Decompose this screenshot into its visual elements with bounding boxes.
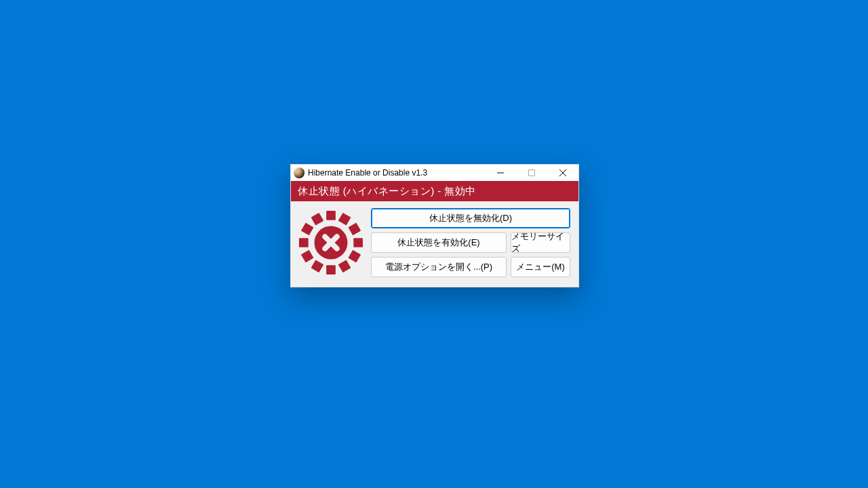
window-controls bbox=[485, 165, 578, 181]
svg-rect-7 bbox=[353, 238, 363, 247]
svg-rect-14 bbox=[301, 223, 314, 236]
row-3: 電源オプションを開く...(P) メニュー(M) bbox=[371, 257, 570, 277]
svg-rect-9 bbox=[338, 260, 351, 272]
minimize-icon bbox=[497, 169, 504, 176]
status-icon-cell bbox=[298, 208, 364, 277]
body-area: 休止状態を無効化(D) 休止状態を有効化(E) メモリーサイズ 電源オプションを… bbox=[291, 201, 578, 287]
buttons-column: 休止状態を無効化(D) 休止状態を有効化(E) メモリーサイズ 電源オプションを… bbox=[371, 208, 570, 277]
svg-rect-1 bbox=[529, 170, 535, 176]
app-window: Hibernate Enable or Disable v1.3 休止状態 (ハ… bbox=[290, 164, 579, 287]
disable-hibernate-button[interactable]: 休止状態を無効化(D) bbox=[371, 208, 570, 228]
maximize-button bbox=[516, 165, 547, 181]
titlebar[interactable]: Hibernate Enable or Disable v1.3 bbox=[291, 165, 578, 181]
close-icon bbox=[559, 169, 566, 176]
svg-rect-13 bbox=[299, 238, 309, 247]
minimize-button[interactable] bbox=[485, 165, 516, 181]
svg-rect-5 bbox=[338, 213, 351, 226]
svg-rect-4 bbox=[326, 211, 336, 220]
close-button[interactable] bbox=[547, 165, 578, 181]
svg-rect-11 bbox=[311, 260, 324, 272]
status-text: 休止状態 (ハイバネーション) - 無効中 bbox=[298, 185, 476, 198]
svg-rect-10 bbox=[326, 265, 336, 274]
status-header: 休止状態 (ハイバネーション) - 無効中 bbox=[291, 181, 578, 201]
memory-size-button[interactable]: メモリーサイズ bbox=[511, 232, 570, 253]
svg-rect-12 bbox=[301, 250, 314, 263]
svg-rect-15 bbox=[311, 213, 324, 226]
menu-button[interactable]: メニュー(M) bbox=[511, 257, 570, 277]
maximize-icon bbox=[528, 169, 535, 176]
window-title: Hibernate Enable or Disable v1.3 bbox=[308, 168, 485, 178]
row-2: 休止状態を有効化(E) メモリーサイズ bbox=[371, 232, 570, 253]
disabled-status-icon bbox=[298, 209, 364, 276]
svg-rect-6 bbox=[348, 223, 361, 236]
enable-hibernate-button[interactable]: 休止状態を有効化(E) bbox=[371, 232, 507, 253]
svg-rect-8 bbox=[348, 250, 361, 263]
power-options-button[interactable]: 電源オプションを開く...(P) bbox=[371, 257, 507, 277]
app-icon bbox=[294, 167, 304, 178]
